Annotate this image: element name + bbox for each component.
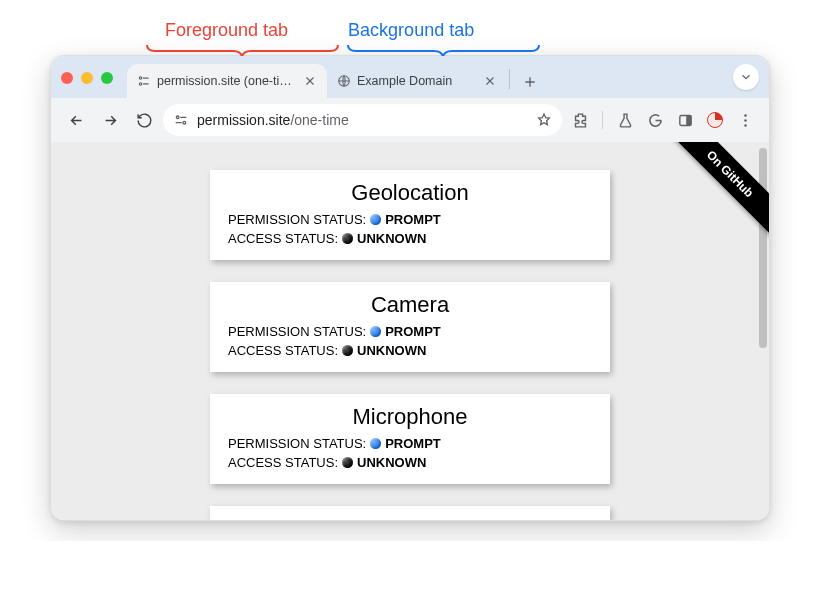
tab-foreground[interactable]: permission.site (one-time) [127, 64, 327, 98]
card-partial [210, 506, 610, 520]
google-g-icon[interactable] [641, 106, 669, 134]
address-bar[interactable]: permission.site/one-time [163, 104, 562, 136]
tab-title: Example Domain [357, 74, 477, 88]
card-title: Geolocation [228, 180, 592, 206]
status-dot-black-icon [342, 457, 353, 468]
page-viewport: On GitHub Geolocation PERMISSION STATUS:… [51, 142, 769, 520]
card-title: Microphone [228, 404, 592, 430]
reload-button[interactable] [129, 105, 159, 135]
permission-status-row: PERMISSION STATUS: PROMPT [228, 324, 592, 339]
svg-point-7 [744, 114, 747, 117]
url-text: permission.site/one-time [197, 112, 528, 128]
svg-point-1 [139, 83, 141, 85]
tab-title: permission.site (one-time) [157, 74, 297, 88]
side-panel-icon[interactable] [671, 106, 699, 134]
annotation-background: Background tab [348, 20, 474, 41]
close-window-button[interactable] [61, 72, 73, 84]
status-dot-black-icon [342, 233, 353, 244]
access-status-row: ACCESS STATUS: UNKNOWN [228, 231, 592, 246]
globe-favicon-icon [337, 74, 351, 88]
new-tab-button[interactable] [516, 68, 544, 96]
minimize-window-button[interactable] [81, 72, 93, 84]
close-tab-icon[interactable] [483, 74, 497, 88]
card-camera[interactable]: Camera PERMISSION STATUS: PROMPT ACCESS … [210, 282, 610, 372]
title-bar: permission.site (one-time) Example Domai… [51, 56, 769, 98]
extensions-icon[interactable] [566, 106, 594, 134]
forward-button[interactable] [95, 105, 125, 135]
tab-annotations: Foreground tab Background tab [165, 20, 776, 41]
bookmark-star-icon[interactable] [536, 112, 552, 128]
card-geolocation[interactable]: Geolocation PERMISSION STATUS: PROMPT AC… [210, 170, 610, 260]
card-title: Camera [228, 292, 592, 318]
maximize-window-button[interactable] [101, 72, 113, 84]
browser-window: permission.site (one-time) Example Domai… [50, 55, 770, 521]
svg-point-0 [139, 77, 141, 79]
menu-icon[interactable] [731, 106, 759, 134]
toolbar-right [566, 106, 759, 134]
profile-pie-icon[interactable] [701, 106, 729, 134]
permission-cards: Geolocation PERMISSION STATUS: PROMPT AC… [51, 142, 769, 520]
permissions-favicon-icon [137, 74, 151, 88]
window-controls [61, 72, 113, 84]
status-dot-blue-icon [370, 326, 381, 337]
scrollbar-thumb[interactable] [759, 148, 767, 348]
toolbar-separator [602, 111, 603, 129]
annotation-foreground: Foreground tab [165, 20, 288, 41]
access-status-row: ACCESS STATUS: UNKNOWN [228, 343, 592, 358]
tab-strip: permission.site (one-time) Example Domai… [127, 64, 759, 98]
permission-status-row: PERMISSION STATUS: PROMPT [228, 436, 592, 451]
svg-point-3 [176, 116, 179, 119]
site-info-icon[interactable] [173, 112, 189, 128]
permission-status-row: PERMISSION STATUS: PROMPT [228, 212, 592, 227]
labs-icon[interactable] [611, 106, 639, 134]
access-status-row: ACCESS STATUS: UNKNOWN [228, 455, 592, 470]
svg-point-9 [744, 124, 747, 127]
tab-search-button[interactable] [733, 64, 759, 90]
status-dot-blue-icon [370, 214, 381, 225]
svg-point-4 [183, 121, 186, 124]
status-dot-black-icon [342, 345, 353, 356]
tab-background[interactable]: Example Domain [327, 64, 507, 98]
svg-rect-6 [686, 115, 691, 125]
svg-point-8 [744, 119, 747, 122]
card-microphone[interactable]: Microphone PERMISSION STATUS: PROMPT ACC… [210, 394, 610, 484]
status-dot-blue-icon [370, 438, 381, 449]
back-button[interactable] [61, 105, 91, 135]
tab-separator [509, 69, 510, 89]
toolbar: permission.site/one-time [51, 98, 769, 142]
close-tab-icon[interactable] [303, 74, 317, 88]
